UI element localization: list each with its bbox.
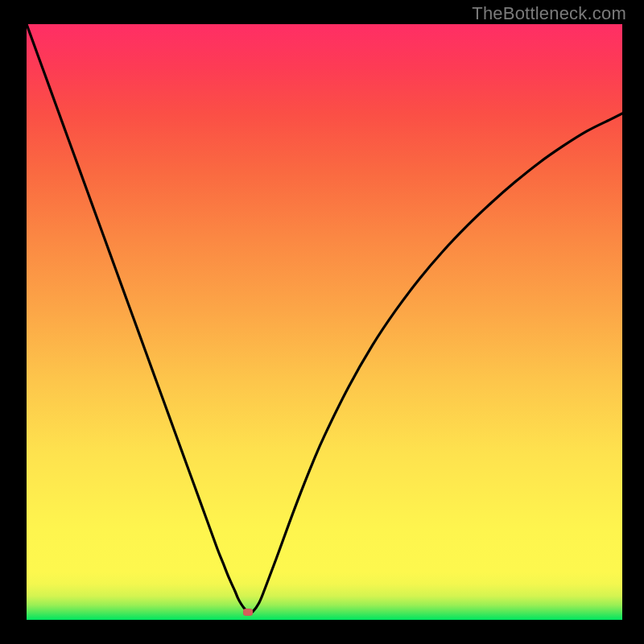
bottleneck-curve [27,24,622,620]
chart-frame: TheBottleneck.com [0,0,644,644]
data-marker [243,609,253,616]
watermark-text: TheBottleneck.com [472,3,626,24]
plot-area [27,24,622,620]
